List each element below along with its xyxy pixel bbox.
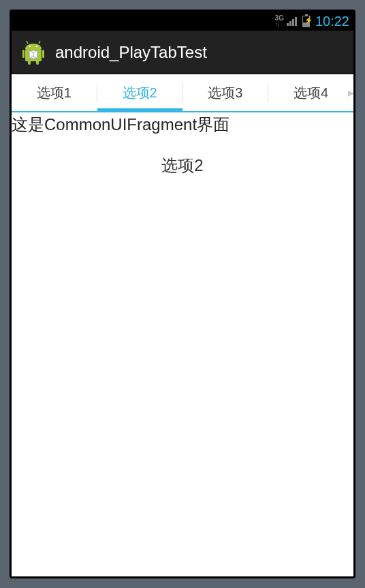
network-indicator: 3G ↑↓ <box>275 15 284 27</box>
tab-option-4[interactable]: 选项4 <box>268 74 353 111</box>
tab-label: 选项2 <box>123 84 157 102</box>
svg-point-2 <box>36 45 38 47</box>
tab-strip: 选项1 选项2 选项3 选项4 ▸ <box>12 74 353 112</box>
screen: 3G ↑↓ ⚡ 10:22 <box>12 12 353 576</box>
action-bar: android_PlayTabTest <box>12 31 353 74</box>
app-title: android_PlayTabTest <box>55 43 207 62</box>
svg-rect-5 <box>22 50 25 58</box>
svg-point-1 <box>29 45 31 47</box>
status-clock: 10:22 <box>315 14 349 29</box>
battery-icon: ⚡ <box>302 16 310 27</box>
tab-label: 选项4 <box>293 84 328 102</box>
fragment-center-label: 选项2 <box>12 155 353 176</box>
tab-option-3[interactable]: 选项3 <box>183 74 268 111</box>
fragment-content: 这是CommonUIFragment界面 选项2 <box>12 112 353 576</box>
svg-rect-6 <box>42 50 44 58</box>
svg-line-3 <box>27 41 28 44</box>
tab-option-2[interactable]: 选项2 <box>97 74 182 111</box>
svg-rect-8 <box>36 60 39 65</box>
network-arrows-icon: ↑↓ <box>275 22 279 27</box>
tab-option-1[interactable]: 选项1 <box>12 74 97 111</box>
device-frame: 3G ↑↓ ⚡ 10:22 <box>10 10 355 578</box>
charging-icon: ⚡ <box>304 17 313 24</box>
svg-rect-7 <box>28 60 31 65</box>
svg-line-4 <box>39 41 40 44</box>
app-icon <box>20 39 47 66</box>
tab-label: 选项3 <box>208 84 242 102</box>
fragment-description: 这是CommonUIFragment界面 <box>12 112 353 136</box>
signal-icon <box>287 16 297 26</box>
status-bar: 3G ↑↓ ⚡ 10:22 <box>12 12 353 31</box>
tab-label: 选项1 <box>37 84 72 102</box>
tab-overflow-chevron-icon[interactable]: ▸ <box>348 86 353 99</box>
